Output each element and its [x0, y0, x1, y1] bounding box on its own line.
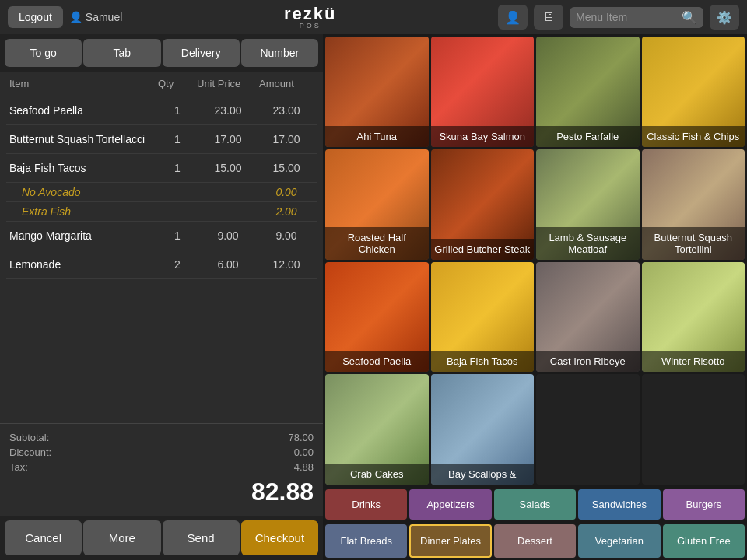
menu-item-label: Winter Risotto [642, 351, 745, 372]
menu-item-empty-1 [536, 374, 640, 485]
item-amount: 12.00 [259, 258, 314, 271]
category-tabs-row1: Drinks Appetizers Salads Sandwiches Burg… [323, 487, 747, 522]
item-amount: 17.00 [259, 133, 314, 145]
card-reader-button[interactable]: 🖥 [534, 5, 563, 30]
bottom-actions: Cancel More Send Checkout [0, 516, 323, 560]
menu-search-input[interactable] [576, 11, 677, 23]
col-amount: Amount [259, 78, 314, 89]
tab-to-go[interactable]: To go [5, 39, 82, 67]
item-amount: 23.00 [259, 104, 314, 117]
menu-item-seafood-paella[interactable]: Seafood Paella [325, 262, 429, 373]
item-name: Seafood Paella [9, 104, 158, 117]
item-name: Baja Fish Tacos [9, 162, 158, 174]
item-name: Butternut Squash Tortellacci [9, 133, 158, 145]
item-unit-price: 23.00 [197, 104, 259, 117]
menu-item-label: Seafood Paella [325, 351, 429, 372]
table-row[interactable]: Seafood Paella 1 23.00 23.00 [6, 96, 317, 125]
menu-item-cast-iron-ribeye[interactable]: Cast Iron Ribeye [536, 262, 640, 373]
item-qty: 1 [158, 133, 197, 145]
logo-area: rezkü POS [130, 5, 490, 30]
cat-tab-appetizers[interactable]: Appetizers [409, 489, 491, 520]
item-name: Lemonade [9, 258, 158, 271]
menu-item-skuna-bay[interactable]: Skuna Bay Salmon [431, 37, 535, 147]
rezku-logo: rezkü POS [284, 5, 336, 30]
item-qty: 1 [158, 162, 197, 174]
menu-item-label: Roasted Half Chicken [325, 227, 429, 260]
subtotal-value: 78.00 [288, 432, 314, 443]
item-amount: 9.00 [259, 229, 314, 242]
menu-item-lamb-meatloaf[interactable]: Lamb & Sausage Meatloaf [536, 149, 640, 260]
user-icon: 👤 [69, 11, 82, 23]
tab-delivery[interactable]: Delivery [163, 39, 240, 67]
subtotal-row: Subtotal: 78.00 [9, 430, 314, 445]
menu-item-grilled-steak[interactable]: Grilled Butcher Steak [431, 149, 535, 260]
settings-button[interactable]: ⚙️ [710, 5, 739, 30]
top-bar-right: 👤 🖥 🔍 ⚙️ [498, 5, 739, 30]
subtotal-label: Subtotal: [9, 432, 49, 443]
left-panel: To go Tab Delivery Number Item Qty Unit … [0, 34, 323, 560]
col-item: Item [9, 78, 158, 89]
menu-item-roasted-chicken[interactable]: Roasted Half Chicken [325, 149, 429, 260]
menu-item-label: Bay Scallops & [431, 464, 535, 485]
tab-number[interactable]: Number [241, 39, 318, 67]
menu-item-empty-2 [642, 374, 745, 485]
menu-item-label: Pesto Farfalle [536, 126, 640, 147]
cat-tab-burgers[interactable]: Burgers [663, 489, 745, 520]
modifier-amount: 0.00 [259, 186, 314, 198]
order-type-tabs: To go Tab Delivery Number [0, 34, 323, 72]
user-info: 👤 Samuel [69, 11, 122, 23]
menu-item-baja-fish-tacos[interactable]: Baja Fish Tacos [431, 262, 535, 373]
table-row[interactable]: Butternut Squash Tortellacci 1 17.00 17.… [6, 125, 317, 154]
checkout-button[interactable]: Checkout [241, 520, 318, 555]
cat-tab-flatbreads[interactable]: Flat Breads [325, 524, 407, 558]
discount-label: Discount: [9, 446, 51, 458]
menu-item-winter-risotto[interactable]: Winter Risotto [642, 262, 745, 373]
modifier-row[interactable]: Extra Fish 2.00 [6, 202, 317, 222]
order-summary: Subtotal: 78.00 Discount: 0.00 Tax: 4.88… [0, 423, 323, 516]
cancel-button[interactable]: Cancel [5, 520, 82, 555]
user-account-button[interactable]: 👤 [498, 5, 528, 30]
item-name: Mango Margarita [9, 229, 158, 242]
menu-item-label: Grilled Butcher Steak [431, 239, 535, 260]
send-button[interactable]: Send [163, 520, 240, 555]
cat-tab-drinks[interactable]: Drinks [325, 489, 407, 520]
table-row[interactable]: Lemonade 2 6.00 12.00 [6, 250, 317, 279]
cat-tab-gluten-free[interactable]: Gluten Free [663, 524, 745, 558]
tab-tab[interactable]: Tab [83, 39, 160, 67]
col-unit-price: Unit Price [197, 78, 259, 89]
tax-value: 4.88 [294, 461, 314, 473]
menu-item-pesto[interactable]: Pesto Farfalle [536, 37, 640, 147]
modifier-name: No Avocado [22, 186, 158, 198]
item-unit-price: 17.00 [197, 133, 259, 145]
col-qty: Qty [158, 78, 197, 89]
menu-item-crab-cakes[interactable]: Crab Cakes [325, 374, 429, 485]
table-row[interactable]: Baja Fish Tacos 1 15.00 15.00 [6, 154, 317, 183]
cat-tab-salads[interactable]: Salads [494, 489, 576, 520]
total-row: 82.88 [9, 474, 314, 509]
tax-row: Tax: 4.88 [9, 460, 314, 474]
more-button[interactable]: More [83, 520, 160, 555]
menu-item-fish-chips[interactable]: Classic Fish & Chips [642, 37, 745, 147]
logout-button[interactable]: Logout [8, 6, 63, 28]
total-amount: 82.88 [251, 478, 314, 506]
search-icon: 🔍 [682, 10, 697, 25]
user-name: Samuel [86, 11, 122, 23]
cat-tab-dessert[interactable]: Dessert [494, 524, 576, 558]
table-row[interactable]: Mango Margarita 1 9.00 9.00 [6, 222, 317, 250]
menu-item-bay-scallops[interactable]: Bay Scallops & [431, 374, 535, 485]
modifier-row[interactable]: No Avocado 0.00 [6, 183, 317, 202]
menu-item-tortellini[interactable]: Butternut Squash Tortellini [642, 149, 745, 260]
cat-tab-dinner-plates[interactable]: Dinner Plates [409, 524, 491, 558]
menu-item-label: Lamb & Sausage Meatloaf [536, 227, 640, 260]
cat-tab-sandwiches[interactable]: Sandwiches [578, 489, 660, 520]
item-unit-price: 6.00 [197, 258, 259, 271]
right-panel: Ahi Tuna Skuna Bay Salmon Pesto Farfalle… [323, 34, 747, 560]
top-bar: Logout 👤 Samuel rezkü POS 👤 🖥 🔍 ⚙️ [0, 0, 747, 34]
item-qty: 1 [158, 104, 197, 117]
cat-tab-vegetarian[interactable]: Vegetarian [578, 524, 660, 558]
item-unit-price: 15.00 [197, 162, 259, 174]
item-qty: 2 [158, 258, 197, 271]
logo-sub: POS [300, 23, 321, 30]
menu-item-ahi-tuna[interactable]: Ahi Tuna [325, 37, 429, 147]
menu-item-label: Ahi Tuna [325, 126, 429, 147]
